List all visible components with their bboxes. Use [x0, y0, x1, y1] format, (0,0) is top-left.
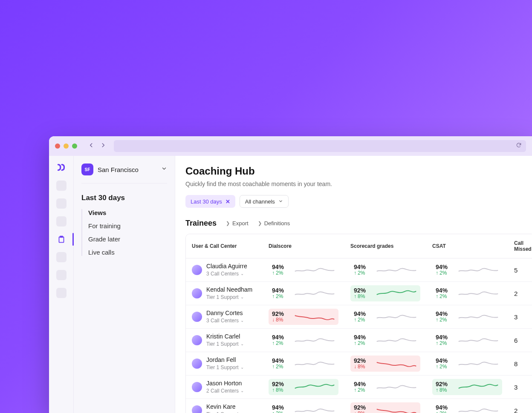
- rail-nav-1[interactable]: [56, 181, 66, 191]
- sidebar-grade-later[interactable]: Grade later: [88, 235, 167, 243]
- user-name: Kendal Needham: [206, 287, 252, 293]
- rail-nav-2[interactable]: [56, 198, 66, 209]
- sidebar: SF San Francisco Last 30 days Views For …: [74, 156, 175, 413]
- user-subtitle[interactable]: Tier 1 Support ⌄: [206, 364, 244, 370]
- col-dialscore[interactable]: Dialscore: [263, 234, 344, 258]
- user-subtitle[interactable]: 2 Call Centers ⌄: [206, 388, 244, 394]
- avatar: [192, 265, 202, 275]
- address-bar[interactable]: [114, 140, 526, 152]
- user-cell: Kendal Needham Tier 1 Support ⌄: [192, 287, 257, 300]
- user-name: Kevin Kare: [206, 404, 244, 410]
- csat-delta: ↑ 2%: [436, 270, 454, 276]
- missed-value: 8: [514, 360, 518, 367]
- reload-icon: [516, 142, 522, 148]
- user-cell: Kristin Carlel Tier 1 Support ⌄: [192, 333, 257, 347]
- dialscore-value: 94%: [272, 404, 290, 411]
- rail-nav-5[interactable]: [56, 252, 66, 262]
- table-row[interactable]: Claudia Aguirre 3 Call Centers ⌄ 94% ↑ 2…: [186, 258, 532, 282]
- sidebar-views[interactable]: Views: [88, 209, 167, 216]
- chevron-right-icon: ❯: [226, 221, 230, 226]
- col-missed[interactable]: Call Missed: [508, 234, 532, 258]
- definitions-label: Definitions: [264, 220, 290, 227]
- dialscore-delta: ↑ 2%: [272, 294, 290, 299]
- chevron-down-icon: ⌄: [240, 318, 244, 323]
- table-row[interactable]: Jordan Fell Tier 1 Support ⌄ 94% ↑ 2%: [186, 352, 532, 376]
- sparkline-icon: [376, 312, 417, 321]
- sparkline-icon: [458, 289, 499, 298]
- user-subtitle[interactable]: 3 Call Centers ⌄: [206, 271, 247, 277]
- sparkline-icon: [376, 359, 417, 368]
- back-button[interactable]: [88, 142, 94, 150]
- definitions-link[interactable]: ❯ Definitions: [258, 220, 290, 227]
- scorecard-cell: 94% ↑ 2%: [350, 332, 420, 348]
- dialscore-cell: 94% ↑ 2%: [269, 332, 338, 348]
- reload-button[interactable]: [516, 142, 522, 150]
- csat-value: 94%: [436, 358, 454, 364]
- filter-date-label: Last 30 days: [191, 198, 222, 205]
- export-link[interactable]: ❯ Export: [226, 220, 249, 227]
- user-subtitle[interactable]: Tier 1 Support ⌄: [206, 294, 252, 300]
- forward-button[interactable]: [100, 142, 106, 150]
- chevron-down-icon: ⌄: [240, 341, 244, 346]
- csat-value: 94%: [436, 287, 454, 294]
- section-title: Trainees: [185, 219, 217, 228]
- app-logo[interactable]: [56, 162, 67, 173]
- filter-date-chip[interactable]: Last 30 days ✕: [185, 195, 235, 208]
- dialscore-cell: 94% ↑ 2%: [269, 402, 338, 413]
- user-subtitle[interactable]: Tier 1 Support ⌄: [206, 411, 244, 413]
- sparkline-icon: [376, 265, 417, 275]
- sidebar-for-training[interactable]: For training: [88, 222, 167, 229]
- minimize-window-icon[interactable]: [64, 143, 69, 149]
- filter-channels-chip[interactable]: All channels: [240, 195, 289, 208]
- scorecard-value: 94%: [354, 311, 372, 317]
- arrow-up-icon: ↑: [272, 294, 275, 299]
- maximize-window-icon[interactable]: [72, 143, 77, 149]
- table-row[interactable]: Kevin Kare Tier 1 Support ⌄ 94% ↑ 2%: [186, 399, 532, 413]
- scorecard-cell: 92% ↓ 8%: [350, 356, 420, 372]
- col-user[interactable]: User & Call Center: [186, 234, 263, 258]
- rail-nav-7[interactable]: [56, 288, 66, 298]
- table-row[interactable]: Danny Cortes 3 Call Centers ⌄ 92% ↓ 8%: [186, 305, 532, 329]
- browser-nav: [88, 142, 106, 150]
- trainees-table: User & Call Center Dialscore Scorecard g…: [185, 234, 532, 413]
- sparkline-icon: [458, 359, 499, 368]
- table-row[interactable]: Jason Horton 2 Call Centers ⌄ 92% ↑ 8%: [186, 376, 532, 399]
- workspace-selector[interactable]: SF San Francisco: [81, 163, 167, 184]
- dialscore-value: 94%: [272, 287, 290, 294]
- user-name: Kristin Carlel: [206, 333, 244, 340]
- arrow-up-icon: ↑: [436, 270, 438, 276]
- scorecard-delta: ↓ 8%: [354, 364, 372, 370]
- sidebar-live-calls[interactable]: Live calls: [88, 249, 167, 256]
- sparkline-icon: [376, 406, 417, 413]
- arrow-up-icon: ↑: [272, 387, 275, 393]
- user-cell: Danny Cortes 3 Call Centers ⌄: [192, 310, 257, 323]
- rail-nav-3[interactable]: [56, 216, 66, 227]
- rail-nav-6[interactable]: [56, 270, 66, 280]
- remove-filter-icon[interactable]: ✕: [226, 198, 230, 205]
- table-row[interactable]: Kendal Needham Tier 1 Support ⌄ 94% ↑ 2%: [186, 282, 532, 305]
- rail-nav-coaching[interactable]: [56, 234, 66, 244]
- sparkline-icon: [458, 265, 499, 275]
- missed-value: 2: [514, 407, 518, 413]
- col-scorecard[interactable]: Scorecard grades: [344, 234, 426, 258]
- user-subtitle[interactable]: 3 Call Centers ⌄: [206, 318, 244, 324]
- sparkline-icon: [376, 336, 417, 345]
- sparkline-icon: [458, 336, 499, 345]
- close-window-icon[interactable]: [55, 143, 60, 149]
- arrow-up-icon: ↑: [272, 341, 275, 346]
- csat-delta: ↑ 2%: [436, 364, 454, 370]
- csat-cell: 94% ↑ 2%: [432, 309, 502, 325]
- table-row[interactable]: Kristin Carlel Tier 1 Support ⌄ 94% ↑ 2%: [186, 329, 532, 352]
- user-subtitle[interactable]: Tier 1 Support ⌄: [206, 341, 244, 347]
- scorecard-value: 92%: [354, 358, 372, 364]
- scorecard-delta: ↓ 8%: [354, 411, 372, 413]
- dialpad-logo-icon: [56, 162, 67, 173]
- app-body: SF San Francisco Last 30 days Views For …: [49, 156, 532, 413]
- sparkline-icon: [294, 336, 335, 345]
- csat-cell: 92% ↑ 8%: [432, 379, 502, 395]
- scorecard-value: 92%: [354, 287, 372, 294]
- col-csat[interactable]: CSAT: [426, 234, 508, 258]
- scorecard-delta: ↑ 2%: [354, 341, 372, 346]
- window-controls: [55, 143, 77, 149]
- missed-value: 2: [514, 290, 518, 297]
